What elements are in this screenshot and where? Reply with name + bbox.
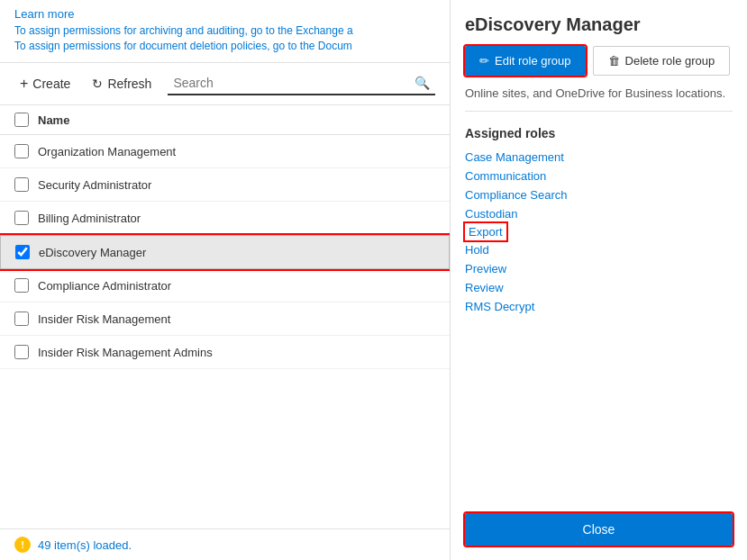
role-rms-decrypt[interactable]: RMS Decrypt: [465, 297, 733, 316]
toolbar: + Create ↻ Refresh 🔍: [0, 63, 450, 105]
create-button[interactable]: + Create: [14, 72, 76, 95]
create-label: Create: [32, 77, 70, 91]
role-review[interactable]: Review: [465, 278, 733, 297]
row-checkbox[interactable]: [14, 144, 29, 158]
panel-title: eDiscovery Manager: [465, 14, 733, 35]
row-checkbox[interactable]: [14, 312, 29, 326]
table-body: Organization Management Security Adminis…: [0, 135, 450, 528]
table-row[interactable]: Organization Management: [0, 135, 450, 168]
role-case-management[interactable]: Case Management: [465, 148, 733, 167]
role-export[interactable]: Export: [465, 223, 506, 240]
info-bar: Learn more To assign permissions for arc…: [0, 0, 450, 63]
refresh-label: Refresh: [107, 77, 151, 91]
panel-footer: Close: [465, 499, 733, 546]
table-row[interactable]: Compliance Administrator: [0, 269, 450, 303]
row-checkbox-ediscovery[interactable]: [15, 245, 30, 259]
table-row-ediscovery[interactable]: eDiscovery Manager: [0, 235, 450, 269]
role-hold[interactable]: Hold: [465, 240, 733, 259]
panel-description: Online sites, and OneDrive for Business …: [465, 86, 733, 112]
table-header: Name: [0, 105, 450, 135]
assign-archiving-text: To assign permissions for archiving and …: [14, 24, 435, 37]
role-custodian[interactable]: Custodian: [465, 204, 733, 223]
table-row[interactable]: Insider Risk Management: [0, 303, 450, 336]
delete-label: Delete role group: [625, 54, 715, 68]
edit-role-group-button[interactable]: ✏ Edit role group: [465, 46, 586, 76]
role-preview[interactable]: Preview: [465, 259, 733, 278]
row-name: Insider Risk Management Admins: [38, 346, 213, 359]
status-bar: ! 49 item(s) loaded.: [0, 528, 450, 560]
trash-icon: 🗑: [608, 54, 620, 68]
roles-list: Case Management Communication Compliance…: [465, 148, 733, 316]
row-name: Security Administrator: [38, 178, 151, 192]
search-input[interactable]: [173, 76, 409, 90]
assigned-roles-title: Assigned roles: [465, 126, 733, 140]
table-row[interactable]: Security Administrator: [0, 168, 450, 202]
search-box: 🔍: [168, 72, 435, 95]
panel-actions: ✏ Edit role group 🗑 Delete role group: [465, 46, 733, 76]
row-name-ediscovery: eDiscovery Manager: [39, 246, 146, 259]
refresh-icon: ↻: [92, 77, 103, 91]
row-checkbox[interactable]: [14, 278, 29, 293]
table-row[interactable]: Billing Administrator: [0, 202, 450, 235]
row-name: Insider Risk Management: [38, 312, 170, 326]
status-icon: !: [14, 537, 31, 553]
learn-more-link[interactable]: Learn more: [14, 7, 435, 21]
row-name: Organization Management: [38, 145, 176, 158]
edit-label: Edit role group: [495, 54, 571, 68]
row-name: Compliance Administrator: [38, 279, 171, 293]
edit-icon: ✏: [479, 54, 489, 68]
name-column-header: Name: [38, 113, 69, 127]
left-panel: Learn more To assign permissions for arc…: [0, 0, 451, 560]
row-checkbox[interactable]: [14, 345, 29, 359]
search-icon: 🔍: [414, 76, 430, 90]
plus-icon: +: [20, 76, 28, 92]
assign-deletion-text: To assign permissions for document delet…: [14, 40, 435, 52]
select-all-checkbox[interactable]: [14, 113, 29, 127]
refresh-button[interactable]: ↻ Refresh: [87, 73, 157, 95]
table-row[interactable]: Insider Risk Management Admins: [0, 336, 450, 369]
row-checkbox[interactable]: [14, 177, 29, 192]
role-compliance-search[interactable]: Compliance Search: [465, 185, 733, 204]
role-communication[interactable]: Communication: [465, 167, 733, 185]
row-checkbox[interactable]: [14, 211, 29, 225]
delete-role-group-button[interactable]: 🗑 Delete role group: [593, 46, 731, 76]
close-button[interactable]: Close: [465, 513, 733, 546]
row-name: Billing Administrator: [38, 212, 141, 225]
status-text: 49 item(s) loaded.: [38, 538, 132, 552]
right-panel: eDiscovery Manager ✏ Edit role group 🗑 D…: [451, 0, 747, 560]
